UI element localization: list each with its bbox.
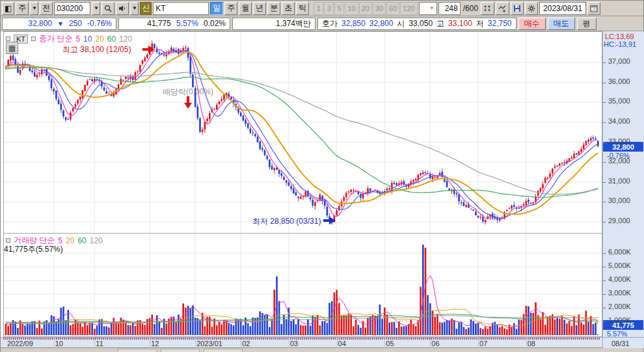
timeframe-button[interactable]: 주 <box>224 2 237 15</box>
line-tool-icon <box>498 5 507 12</box>
low-label: 저 <box>476 18 484 29</box>
buy-button[interactable]: 매수 <box>518 18 546 30</box>
minute-buttons: 13510203060120 <box>314 2 417 15</box>
x-axis-label: 12 <box>151 340 159 347</box>
minute-option-button[interactable]: 1 <box>314 2 323 15</box>
axis-tick <box>603 267 606 267</box>
sell-button[interactable]: 매도 <box>548 18 575 30</box>
x-axis-separator <box>526 338 527 348</box>
quote-bar: 32,800 ▼ 250 -0.76% 41,775 5.57% 0.02% 1… <box>1 16 643 31</box>
minute-option-button[interactable]: 3 <box>324 2 334 15</box>
x-axis-label: 05 <box>386 340 394 347</box>
x-axis-separator <box>241 338 241 348</box>
jeon-button[interactable]: 전 <box>40 2 53 15</box>
timeframe-button[interactable]: 초 <box>282 2 295 15</box>
main-toolbar: ◧ 주 ▼ 전 ▼ ▼ 신 일주월년분초틱 13510203060120 ▼ /… <box>1 1 643 16</box>
x-axis-label: 10 <box>55 340 63 347</box>
stock-code-input[interactable] <box>54 2 90 15</box>
minute-option-button[interactable]: 120 <box>400 2 417 15</box>
lc-label: LC:13,69 <box>605 33 634 40</box>
timeframe-button[interactable]: 틱 <box>296 2 309 15</box>
stock-type-button[interactable]: 주 <box>16 2 29 15</box>
bar-count-input[interactable] <box>438 2 461 15</box>
legend-toggle-icon[interactable] <box>6 238 10 243</box>
sound-button[interactable] <box>116 2 129 15</box>
compare-stocks-icon <box>483 5 492 12</box>
x-axis-separator <box>337 338 338 348</box>
minute-option-button[interactable]: 60 <box>386 2 399 15</box>
x-axis-label: 06 <box>431 340 439 347</box>
sound-dropdown-icon[interactable]: ▼ <box>130 2 139 15</box>
timeframe-active-button[interactable]: 일 <box>210 2 223 15</box>
code-dropdown-icon[interactable]: ▼ <box>92 2 100 15</box>
calendar-button[interactable] <box>587 2 600 15</box>
price-axis-label: 34,000 <box>608 117 630 125</box>
trade-amount: 1,374백만 <box>276 18 311 29</box>
open-label: 시 <box>397 18 405 29</box>
date-input[interactable] <box>539 2 586 15</box>
ask-price: 32,850 <box>342 19 366 28</box>
time-axis-right-cell: 08/31 <box>602 338 644 348</box>
ma20-legend: 20 <box>95 34 103 44</box>
volume-axis-label: 6,000K <box>608 248 631 256</box>
minute-option-button[interactable]: 5 <box>334 2 344 15</box>
time-axis[interactable]: 2022/091011122023/0102030405060708 08/31 <box>1 337 644 347</box>
axis-tick <box>603 321 606 322</box>
x-axis-label: 02 <box>242 340 250 347</box>
minute-option-button[interactable]: 20 <box>359 2 372 15</box>
empty-combo[interactable]: ▼ <box>419 2 437 15</box>
vol-ma20-legend: 20 <box>66 236 74 245</box>
volume-axis-label: 3,000K <box>608 289 631 297</box>
axis-tick <box>603 122 606 123</box>
axis-tick <box>603 308 606 308</box>
x-axis-label: 03 <box>290 340 298 347</box>
amount-field: 1,374백만 <box>232 18 315 30</box>
volume-value: 41,775 <box>147 19 171 28</box>
settings-button[interactable] <box>525 2 538 15</box>
stock-name-input[interactable] <box>153 2 209 15</box>
cropped-button <box>161 349 200 352</box>
legend-toggle-icon[interactable] <box>6 36 10 41</box>
save-button[interactable] <box>511 2 524 15</box>
search-button[interactable] <box>101 2 114 15</box>
volume-axis-label: 2,000K <box>608 303 631 310</box>
minute-option-button[interactable]: 30 <box>373 2 386 15</box>
price-legend: KT 종가 단순 5 10 20 60 120 <box>6 33 132 44</box>
panel-toggle-icon[interactable]: ◧ <box>2 2 14 15</box>
hoga-label: 호가 <box>322 18 338 29</box>
legend-toggle-icon[interactable] <box>31 36 36 41</box>
combo-dropdown-icon: ▼ <box>429 5 435 11</box>
last-date-label: 08/31 <box>611 340 630 347</box>
volume-axis-label: 5,000K <box>608 262 631 269</box>
ma10-legend: 10 <box>83 34 92 44</box>
panel-toggle-glyph: ◧ <box>5 4 12 13</box>
compare-button[interactable] <box>481 2 494 15</box>
price-legend-label: 종가 단순 <box>39 33 72 44</box>
price-change: 250 <box>69 19 82 28</box>
x-axis-label: 2023/01 <box>196 340 222 347</box>
axis-tick <box>603 142 606 143</box>
timeframe-button[interactable]: 년 <box>253 2 266 15</box>
low-price: 32,750 <box>488 19 512 28</box>
hc-label: HC:-13,91 <box>604 40 636 48</box>
price-axis-label: 33,000 <box>608 137 630 145</box>
x-axis-label: 04 <box>338 340 346 347</box>
candlestick-chart[interactable] <box>1 31 602 337</box>
timeframe-button[interactable]: 분 <box>267 2 280 15</box>
x-axis-separator <box>150 338 150 348</box>
speaker-icon <box>118 5 126 12</box>
vol-ma120-legend: 120 <box>90 236 103 245</box>
low-annotation: 최저 28,850 (03/31) <box>252 216 321 227</box>
bottom-edge <box>1 347 643 352</box>
avg-button[interactable]: 평 <box>577 18 597 30</box>
add-line-button[interactable] <box>496 2 509 15</box>
stock-type-dropdown-icon[interactable]: ▼ <box>30 2 38 15</box>
vol-ma60-legend: 60 <box>77 236 86 245</box>
x-axis-separator <box>289 338 289 348</box>
open-price: 33,050 <box>409 19 433 28</box>
mini-grid-button[interactable]: ▦ <box>6 42 18 54</box>
minute-option-button[interactable]: 10 <box>345 2 358 15</box>
ma60-legend: 60 <box>107 34 116 44</box>
timeframe-button[interactable]: 월 <box>239 2 252 15</box>
axis-tick <box>603 62 606 63</box>
